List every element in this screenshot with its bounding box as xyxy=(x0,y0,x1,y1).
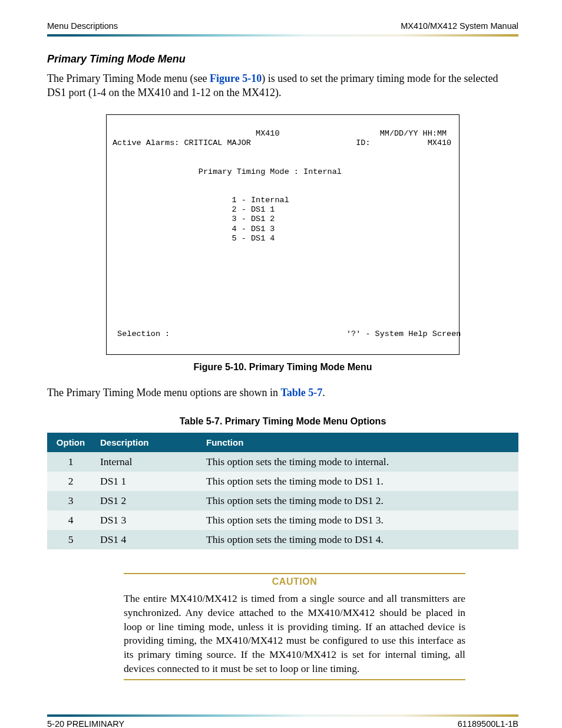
table-row: 2 DS1 1 This option sets the timing mode… xyxy=(47,472,518,491)
options-intro: The Primary Timing Mode menu options are… xyxy=(47,386,518,400)
term-id-value: MX410 xyxy=(428,139,452,147)
caution-text: The entire MX410/MX412 is timed from a s… xyxy=(124,592,465,676)
cell-option: 5 xyxy=(47,530,94,549)
cell-option: 3 xyxy=(47,491,94,510)
options-intro-post: . xyxy=(322,387,325,398)
cell-desc: Internal xyxy=(94,452,200,472)
caution-label: CAUTION xyxy=(124,577,465,587)
cell-func: This option sets the timing mode to DS1 … xyxy=(200,491,518,510)
cell-func: This option sets the timing mode to DS1 … xyxy=(200,510,518,530)
term-mode: Primary Timing Mode : Internal xyxy=(199,167,342,176)
col-option: Option xyxy=(47,433,94,452)
term-opt4-text: 4 - DS1 3 xyxy=(232,225,275,233)
running-right: MX410/MX412 System Manual xyxy=(401,21,518,31)
term-title: MX410 xyxy=(256,129,280,138)
figure-caption: Figure 5-10. Primary Timing Mode Menu xyxy=(106,362,459,373)
caution-rule-bottom xyxy=(124,679,465,680)
term-opt-2: 2 - DS1 1 xyxy=(113,205,275,214)
caution-rule-top xyxy=(124,573,465,574)
cell-desc: DS1 1 xyxy=(94,472,200,491)
footer-left: 5-20 PRELIMINARY xyxy=(47,719,124,728)
caution-block: CAUTION The entire MX410/MX412 is timed … xyxy=(124,573,465,680)
table-row: 1 Internal This option sets the timing m… xyxy=(47,452,518,472)
term-mode-line: Primary Timing Mode : Internal xyxy=(113,167,342,176)
section-title: Primary Timing Mode Menu xyxy=(47,53,518,65)
cell-func: This option sets the timing mode to inte… xyxy=(200,452,518,472)
options-intro-pre: The Primary Timing Mode menu options are… xyxy=(47,387,280,398)
cell-option: 1 xyxy=(47,452,94,472)
table-row: 3 DS1 2 This option sets the timing mode… xyxy=(47,491,518,510)
figure-link[interactable]: Figure 5-10 xyxy=(210,73,262,84)
term-opt-1: 1 - Internal xyxy=(113,196,289,205)
col-description: Description xyxy=(94,433,200,452)
intro-pre: The Primary Timing Mode menu (see xyxy=(47,73,210,84)
table-row: 5 DS1 4 This option sets the timing mode… xyxy=(47,530,518,549)
term-opt-5: 5 - DS1 4 xyxy=(113,234,275,243)
term-alarms: Active Alarms: CRITICAL MAJOR xyxy=(113,139,251,147)
cell-option: 4 xyxy=(47,510,94,530)
cell-func: This option sets the timing mode to DS1 … xyxy=(200,472,518,491)
term-datetime: MM/DD/YY HH:MM xyxy=(380,129,447,138)
term-selection-row: Selection : '?' - System Help Screen xyxy=(113,330,461,338)
running-left: Menu Descriptions xyxy=(47,21,118,31)
term-help: '?' - System Help Screen xyxy=(346,330,461,338)
term-opt-3: 3 - DS1 2 xyxy=(113,215,275,223)
term-opt5-text: 5 - DS1 4 xyxy=(232,234,275,243)
options-table: Option Description Function 1 Internal T… xyxy=(47,433,518,549)
term-opt1-text: 1 - Internal xyxy=(232,196,289,205)
cell-func: This option sets the timing mode to DS1 … xyxy=(200,530,518,549)
term-opt-4: 4 - DS1 3 xyxy=(113,225,275,233)
col-function: Function xyxy=(200,433,518,452)
cell-desc: DS1 4 xyxy=(94,530,200,549)
terminal-screen: MX410 MM/DD/YY HH:MM Active Alarms: CRIT… xyxy=(106,114,459,355)
cell-desc: DS1 3 xyxy=(94,510,200,530)
table-caption: Table 5-7. Primary Timing Mode Menu Opti… xyxy=(47,416,518,427)
term-opt3-text: 3 - DS1 2 xyxy=(232,215,275,223)
footer-rule xyxy=(47,714,518,717)
table-row: 4 DS1 3 This option sets the timing mode… xyxy=(47,510,518,530)
term-id-label: ID: xyxy=(356,139,370,147)
footer-right: 61189500L1-1B xyxy=(458,719,518,728)
intro-paragraph: The Primary Timing Mode menu (see Figure… xyxy=(47,71,518,100)
table-link[interactable]: Table 5-7 xyxy=(280,387,322,398)
term-opt2-text: 2 - DS1 1 xyxy=(232,205,275,214)
term-selection-label: Selection : xyxy=(117,330,170,338)
cell-desc: DS1 2 xyxy=(94,491,200,510)
term-row-1: MX410 MM/DD/YY HH:MM xyxy=(113,129,447,138)
header-rule xyxy=(47,34,518,37)
cell-option: 2 xyxy=(47,472,94,491)
term-row-2: Active Alarms: CRITICAL MAJOR ID: MX410 xyxy=(113,139,451,147)
